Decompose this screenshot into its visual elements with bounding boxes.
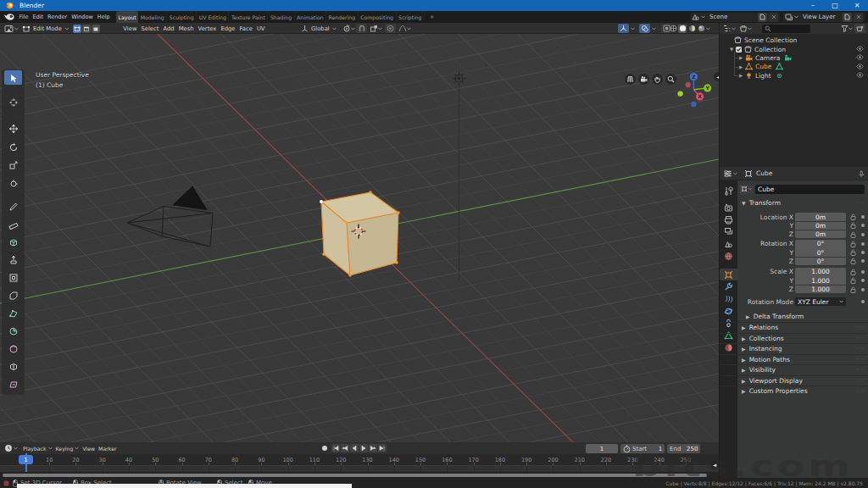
properties-tab-physics[interactable] [720,305,737,317]
menu-render[interactable]: Render [45,14,69,20]
gizmo-z-neg[interactable] [691,102,696,107]
properties-tab-modifiers[interactable] [720,280,737,292]
camera-view-button[interactable] [638,74,649,85]
lock-icon[interactable] [850,249,856,256]
tool-annotate[interactable] [4,200,22,214]
menu-help[interactable]: Help [95,14,112,20]
timeline-track[interactable] [0,465,719,472]
transform-value-field[interactable]: 0° [795,240,846,248]
viewport-menu-vertex[interactable]: Vertex [196,25,219,32]
add-workspace-button[interactable]: + [425,14,439,20]
tool-transform[interactable] [4,176,22,191]
panel-motion-paths[interactable]: ▶Motion Paths⁙⁙ [720,354,868,364]
jump-to-end-button[interactable] [378,444,387,452]
previous-keyframe-button[interactable] [341,444,349,452]
tool-bevel[interactable] [4,289,22,303]
record-button[interactable] [320,444,329,452]
properties-tab-particles[interactable] [720,293,737,305]
lock-icon[interactable] [850,231,856,238]
orthographic-toggle-button[interactable] [625,74,636,85]
panel-viewport-display[interactable]: ▶Viewport Display⁙⁙ [720,375,868,385]
snap-toggle[interactable] [356,24,367,33]
tool-extrude-region[interactable] [4,253,22,268]
viewport-3d[interactable]: User Perspective (1) Cube X Y Z ◀ [0,34,719,443]
outliner-item-label[interactable]: Cube [755,63,771,70]
outliner-display-mode[interactable] [723,25,736,32]
menu-window[interactable]: Window [70,14,96,20]
panel-relations[interactable]: ▶Relations⁙⁙ [720,322,868,332]
face-select-button[interactable] [92,25,100,33]
lock-icon[interactable] [850,277,856,284]
close-button[interactable]: ✕ [846,0,868,11]
timeline-menu-keying[interactable]: Keying [54,446,81,452]
disclosure-closed-icon[interactable]: ▶ [739,55,745,60]
lock-icon[interactable] [850,286,856,293]
next-keyframe-button[interactable] [369,444,377,452]
outliner-row-camera[interactable]: ▶Camera [720,53,868,62]
transform-value-field[interactable]: 0° [795,258,846,266]
properties-tab-render[interactable] [720,202,737,214]
new-scene-button[interactable] [758,13,767,22]
animate-dot-icon[interactable] [861,233,865,236]
pan-view-button[interactable] [652,74,663,85]
animate-dot-icon[interactable] [861,300,865,303]
gizmo-y-neg[interactable] [677,91,682,96]
transform-value-field[interactable]: 0m [795,213,846,221]
workspace-tab-sculpting[interactable]: Sculpting [167,11,197,23]
animate-dot-icon[interactable] [861,279,865,282]
animate-dot-icon[interactable] [861,215,865,219]
solid-shading-button[interactable] [678,25,687,33]
disclosure-closed-icon[interactable]: ▶ [739,64,745,69]
jump-to-start-button[interactable] [331,444,340,452]
show-overlays-toggle[interactable] [639,24,650,33]
workspace-tab-scripting[interactable]: Scripting [397,11,426,23]
viewport-menu-view[interactable]: View [121,25,139,32]
visibility-eye-icon[interactable] [856,64,864,69]
minimize-button[interactable]: – [802,0,824,11]
lock-icon[interactable] [850,269,856,275]
new-collection-button[interactable] [854,24,865,33]
panel-collections[interactable]: ▶Collections⁙⁙ [720,333,868,343]
tool-edge-slide[interactable] [4,360,22,374]
tool-move[interactable] [4,122,22,136]
workspace-tab-animation[interactable]: Animation [295,11,327,23]
viewport-menu-uv[interactable]: UV [254,25,267,32]
tool-rotate[interactable] [4,140,22,154]
disclosure-closed-icon[interactable]: ▶ [739,73,745,78]
viewport-menu-add[interactable]: Add [161,25,176,32]
transform-value-field[interactable]: 1.000 [795,286,846,294]
properties-tab-output[interactable] [720,214,737,225]
delete-scene-button[interactable] [769,13,778,22]
properties-tab-object[interactable] [720,269,737,280]
timeline-editor-type[interactable] [4,444,18,452]
properties-tab-view-layer[interactable] [720,226,737,238]
workspace-tab-rendering[interactable]: Rendering [326,11,359,23]
properties-tab-scene[interactable] [720,238,737,250]
animate-dot-icon[interactable] [861,242,865,246]
properties-tab-world[interactable] [720,251,737,263]
panel-visibility[interactable]: ▶Visibility⁙⁙ [720,364,868,374]
mode-selector[interactable]: Edit Mode [22,25,70,33]
outliner-restriction-filter[interactable] [841,25,853,32]
editor-type-selector[interactable] [4,25,19,33]
tool-cursor[interactable] [4,96,22,110]
tool-select-box[interactable] [4,70,22,85]
tool-poly-build[interactable] [4,307,22,321]
timeline-ruler[interactable]: 1 10203040506070809010011012013014015016… [0,454,719,465]
workspace-tab-shading[interactable]: Shading [268,11,294,23]
workspace-tab-compositing[interactable]: Compositing [359,11,397,23]
properties-tab-tool[interactable] [720,185,737,197]
tool-add-cube[interactable] [4,236,22,250]
proportional-editing-toggle[interactable] [385,24,396,33]
new-view-layer-button[interactable] [843,13,852,22]
visibility-eye-icon[interactable] [856,72,864,78]
animate-dot-icon[interactable] [861,259,865,263]
timeline-menu-view[interactable]: View [81,446,97,452]
workspace-tab-modeling[interactable]: Modeling [138,11,167,23]
transform-value-field[interactable]: 0m [795,230,846,239]
lock-icon[interactable] [850,258,856,264]
current-frame-indicator[interactable]: 1 [19,455,33,464]
rotation-mode-dropdown[interactable]: XYZ Euler [795,297,846,306]
tool-inset-faces[interactable] [4,271,22,286]
transform-value-field[interactable]: 1.000 [795,268,846,276]
